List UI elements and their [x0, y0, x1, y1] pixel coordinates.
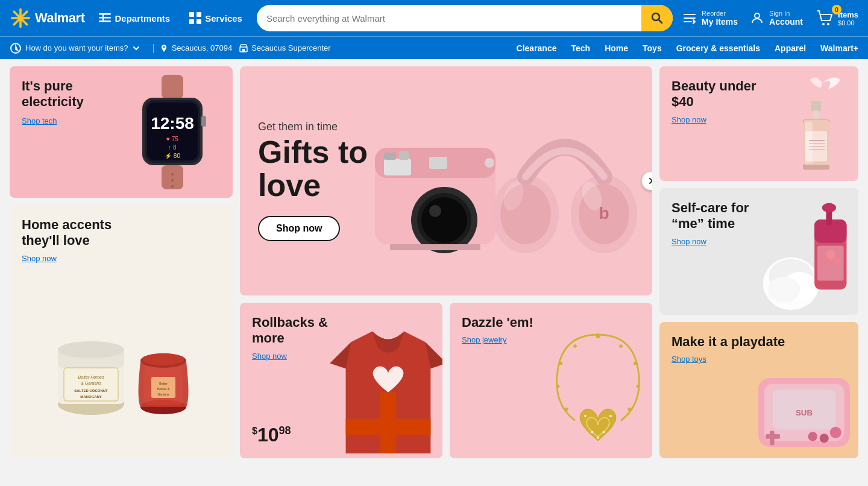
beauty-card[interactable]: Beauty under $40 Shop now	[659, 66, 858, 181]
nav-tech[interactable]: Tech	[571, 43, 591, 53]
svg-text:SUB: SUB	[796, 408, 813, 417]
svg-point-16	[755, 13, 760, 18]
hero-title: Gifts to love	[258, 136, 415, 201]
selfcare-illustration-icon	[762, 194, 855, 315]
svg-rect-59	[429, 157, 447, 169]
svg-text:Gardens: Gardens	[157, 393, 169, 396]
hero-card[interactable]: Get them in time Gifts to love Shop now	[240, 66, 652, 295]
playdate-card[interactable]: Make it a playdate Shop toys SUB	[659, 322, 858, 458]
svg-rect-22	[242, 49, 245, 52]
selfcare-card[interactable]: Self-care for “me” time Shop now	[659, 188, 858, 315]
smartwatch-icon: 12:58 ♥ 75 ↑ 8 ⚡ 80	[130, 75, 215, 189]
svg-point-75	[634, 362, 637, 365]
price-cents: 98	[279, 424, 291, 437]
departments-button[interactable]: Departments	[94, 11, 175, 26]
shop-now-button[interactable]: Shop now	[258, 216, 340, 241]
departments-icon	[99, 13, 111, 23]
hero-text: Get them in time Gifts to love Shop now	[258, 121, 415, 241]
cart-badge: 0	[832, 5, 841, 14]
nav-toys[interactable]: Toys	[643, 43, 662, 53]
svg-text:SALTED COCONUT: SALTED COCONUT	[74, 389, 108, 393]
beauty-title: Beauty under $40	[671, 78, 774, 110]
svg-point-17	[822, 23, 825, 25]
svg-point-109	[832, 257, 841, 266]
cart-button[interactable]: 0 Items $0.00	[815, 8, 858, 28]
search-icon	[651, 12, 663, 24]
store-icon	[239, 44, 248, 52]
center-column: Get them in time Gifts to love Shop now	[240, 66, 652, 458]
electricity-title: It's pure electricity	[22, 78, 118, 110]
svg-point-57	[429, 205, 441, 217]
svg-point-35	[171, 185, 174, 188]
center-bottom: Rollbacks & more Shop now $1098	[240, 303, 652, 458]
chevron-right-icon	[647, 177, 652, 185]
svg-point-105	[822, 203, 836, 213]
candles-icon: Better Homes & Gardens SALTED COCONUT MA…	[19, 289, 224, 458]
divider: |	[153, 43, 155, 54]
services-icon	[189, 12, 201, 24]
watch-image: 12:58 ♥ 75 ↑ 8 ⚡ 80	[112, 66, 233, 198]
nav-apparel[interactable]: Apparel	[775, 43, 806, 53]
svg-rect-97	[803, 165, 829, 170]
rollbacks-card[interactable]: Rollbacks & more Shop now $1098	[240, 303, 442, 458]
departments-label: Departments	[115, 13, 170, 24]
svg-rect-9	[102, 13, 104, 22]
svg-point-108	[822, 257, 829, 264]
electricity-card[interactable]: It's pure electricity Shop tech 12:58 ♥ …	[10, 66, 233, 198]
svg-text:Better Homes: Better Homes	[78, 375, 104, 379]
left-column: It's pure electricity Shop tech 12:58 ♥ …	[10, 66, 233, 458]
chevron-down-icon	[132, 44, 140, 52]
svg-point-114	[820, 434, 829, 443]
store-info[interactable]: Secaucus Supercenter	[239, 43, 331, 52]
svg-text:& Gardens: & Gardens	[81, 381, 101, 385]
delivery-icon	[10, 42, 22, 54]
necklace-illustration-icon	[541, 323, 652, 458]
svg-rect-12	[189, 19, 194, 24]
cart-price: $0.00	[838, 19, 858, 27]
svg-text:Homes &: Homes &	[157, 387, 170, 391]
delivery-button[interactable]: How do you want your items?	[10, 42, 148, 54]
svg-rect-117	[766, 434, 780, 439]
svg-point-20	[163, 46, 165, 48]
price-tag: $1098	[252, 424, 291, 446]
svg-point-76	[637, 385, 640, 388]
price-display: $1098	[252, 424, 291, 446]
right-column: Beauty under $40 Shop now	[659, 66, 858, 458]
svg-text:↑ 8: ↑ 8	[168, 144, 177, 151]
search-button[interactable]	[641, 5, 673, 31]
location-info[interactable]: Secaucus, 07094	[160, 43, 232, 52]
svg-rect-88	[813, 111, 819, 120]
walmart-logo[interactable]: Walmart	[10, 7, 84, 29]
shirt-illustration-icon	[328, 321, 442, 453]
svg-point-78	[573, 344, 577, 348]
svg-point-107	[826, 250, 836, 259]
nav-grocery[interactable]: Grocery & essentials	[676, 43, 760, 53]
svg-point-85	[603, 431, 605, 434]
svg-point-18	[827, 23, 829, 25]
svg-point-34	[171, 179, 174, 181]
search-input[interactable]	[257, 13, 641, 24]
jewelry-card[interactable]: Dazzle 'em! Shop jewelry	[450, 303, 652, 458]
svg-text:♥ 75: ♥ 75	[166, 136, 178, 142]
nav-walmart-plus[interactable]: Walmart+	[820, 43, 858, 53]
signin-button[interactable]: Sign In Account	[750, 10, 803, 27]
home-link[interactable]: Shop now	[22, 254, 221, 263]
subheader: How do you want your items? | Secaucus, …	[0, 36, 868, 59]
svg-rect-60	[390, 244, 480, 250]
cart-text-area: Items $0.00	[838, 10, 858, 27]
nav-home[interactable]: Home	[605, 43, 628, 53]
electricity-link[interactable]: Shop tech	[22, 116, 221, 125]
svg-rect-87	[811, 101, 821, 112]
svg-rect-72	[346, 419, 431, 435]
location-icon	[160, 44, 168, 52]
svg-point-81	[565, 408, 568, 411]
svg-rect-11	[197, 12, 201, 17]
svg-point-47	[142, 353, 184, 365]
brand-name: Walmart	[35, 10, 84, 26]
svg-point-63	[485, 158, 494, 168]
reorder-button[interactable]: Reorder My Items	[682, 10, 738, 27]
services-button[interactable]: Services	[184, 10, 247, 27]
home-card[interactable]: Home accents they'll love Shop now Bette…	[10, 205, 233, 458]
nav-clearance[interactable]: Clearance	[517, 43, 557, 53]
svg-rect-8	[99, 21, 111, 22]
